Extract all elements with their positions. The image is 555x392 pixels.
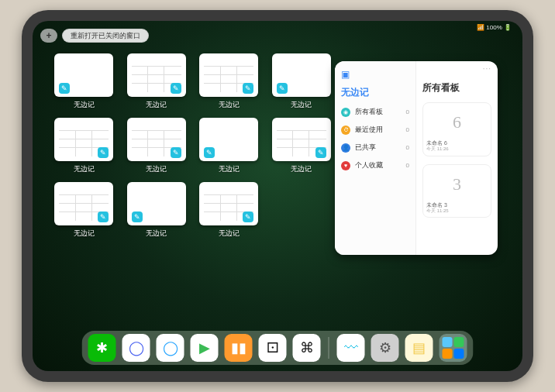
sidebar-item-label: 已共享	[355, 143, 376, 153]
window-label: 无边记	[291, 164, 312, 174]
new-window-button[interactable]: +	[40, 29, 57, 43]
board-subtitle: 今天 11:26	[426, 146, 488, 152]
window-card[interactable]: 无边记	[54, 53, 113, 110]
boards-pane: ··· 所有看板 6未命名 6今天 11:263未命名 3今天 11:25	[416, 61, 498, 255]
board-card[interactable]: 3未命名 3今天 11:25	[422, 164, 491, 218]
battery-text: 100%	[486, 24, 502, 31]
dock-app-settings[interactable]: ⚙	[371, 334, 399, 362]
board-subtitle: 今天 11:25	[426, 208, 488, 214]
ipad-frame: 📶 100% 🔋 + 重新打开已关闭的窗口 无边记无边记无边记无边记无边记无边记…	[22, 10, 533, 382]
freeform-app-chip-icon	[204, 147, 215, 158]
board-meta: 未命名 3今天 11:25	[426, 202, 488, 215]
board-title: 未命名 3	[426, 202, 488, 208]
boards-title: 所有看板	[422, 81, 491, 95]
window-label: 无边记	[219, 229, 240, 239]
window-thumbnail	[54, 118, 113, 161]
freeform-app-chip-icon	[171, 83, 181, 94]
dock-app-freeform[interactable]: 〰	[337, 334, 365, 362]
window-label: 无边记	[74, 164, 95, 174]
freeform-app-chip-icon	[243, 211, 253, 222]
screen: 📶 100% 🔋 + 重新打开已关闭的窗口 无边记无边记无边记无边记无边记无边记…	[33, 21, 522, 371]
board-card[interactable]: 6未命名 6今天 11:26	[422, 102, 491, 156]
window-overview-grid: 无边记无边记无边记无边记无边记无边记无边记无边记无边记无边记无边记	[54, 53, 333, 239]
board-title: 未命名 6	[426, 140, 488, 146]
sidebar-item-label: 个人收藏	[355, 160, 383, 170]
window-card[interactable]: 无边记	[199, 182, 258, 239]
battery-icon: 🔋	[504, 24, 512, 31]
sidebar-item-count: 0	[406, 126, 409, 133]
freeform-app-chip-icon	[132, 211, 143, 222]
window-card[interactable]: 无边记	[54, 182, 113, 239]
more-button[interactable]: ···	[483, 64, 491, 73]
dock-separator	[329, 337, 329, 359]
freeform-app-chip-icon	[171, 147, 181, 158]
dock-app-wechat[interactable]: ✱	[88, 334, 116, 362]
dock-app-notes[interactable]: ▤	[405, 334, 433, 362]
dock: ✱◯◯▶▮▮⚀⌘〰⚙▤	[82, 331, 474, 365]
freeform-app-chip-icon	[98, 147, 109, 158]
window-thumbnail	[272, 118, 331, 161]
window-thumbnail	[127, 118, 186, 161]
top-controls: + 重新打开已关闭的窗口	[40, 29, 149, 43]
dock-app-play[interactable]: ▶	[191, 334, 219, 362]
reopen-closed-window-chip[interactable]: 重新打开已关闭的窗口	[62, 29, 149, 43]
sidebar-item[interactable]: ⏱最近使用0	[341, 125, 409, 135]
window-thumbnail	[127, 182, 186, 225]
sidebar-item-icon: ⏱	[341, 126, 350, 135]
sidebar-item-icon: ◉	[341, 108, 350, 117]
freeform-app-chip-icon	[277, 83, 288, 94]
window-card[interactable]: 无边记	[199, 53, 258, 110]
freeform-app-chip-icon	[59, 83, 70, 94]
sidebar-toggle-icon[interactable]: ▣	[341, 69, 409, 80]
window-label: 无边记	[74, 229, 95, 239]
window-thumbnail	[272, 53, 331, 97]
freeform-title: 无边记	[341, 86, 409, 99]
window-thumbnail	[199, 182, 258, 225]
window-label: 无边记	[219, 100, 240, 110]
window-label: 无边记	[146, 100, 167, 110]
freeform-app-chip-icon	[315, 147, 326, 158]
window-thumbnail	[127, 53, 186, 97]
status-bar: 📶 100% 🔋	[477, 24, 512, 31]
window-card[interactable]: 无边记	[272, 53, 331, 110]
freeform-panel: ▣ 无边记 ◉所有看板0⏱最近使用0👤已共享0♥个人收藏0 ··· 所有看板 6…	[335, 61, 498, 255]
window-label: 无边记	[146, 229, 167, 239]
dock-app-books[interactable]: ▮▮	[225, 334, 253, 362]
window-card[interactable]: 无边记	[127, 182, 186, 239]
window-card[interactable]: 无边记	[272, 118, 331, 174]
sidebar-item-count: 0	[406, 108, 409, 115]
window-thumbnail	[54, 182, 113, 225]
wifi-icon: 📶	[477, 24, 484, 31]
board-thumbnail: 6	[426, 106, 488, 139]
dock-app-browser-2[interactable]: ◯	[157, 334, 184, 362]
sidebar-item-icon: 👤	[341, 143, 350, 153]
sidebar-item-label: 所有看板	[355, 107, 383, 117]
dock-folder[interactable]	[440, 334, 467, 362]
window-card[interactable]: 无边记	[199, 118, 258, 174]
sidebar-item-count: 0	[406, 144, 409, 151]
board-thumbnail: 3	[426, 168, 488, 201]
window-label: 无边记	[219, 164, 240, 174]
freeform-app-chip-icon	[243, 83, 253, 94]
sidebar-item-label: 最近使用	[355, 125, 383, 135]
freeform-app-chip-icon	[98, 211, 109, 222]
dock-app-nodes[interactable]: ⌘	[293, 334, 321, 362]
window-thumbnail	[199, 53, 258, 97]
board-meta: 未命名 6今天 11:26	[426, 140, 488, 153]
dock-app-dice[interactable]: ⚀	[259, 334, 287, 362]
window-label: 无边记	[146, 164, 167, 174]
sidebar-item-count: 0	[406, 162, 409, 169]
window-thumbnail	[199, 118, 258, 161]
sidebar-item[interactable]: ♥个人收藏0	[341, 160, 409, 170]
window-label: 无边记	[291, 100, 312, 110]
sidebar-item[interactable]: 👤已共享0	[341, 143, 409, 153]
window-label: 无边记	[74, 100, 95, 110]
sidebar-item-icon: ♥	[341, 161, 350, 170]
freeform-sidebar: ▣ 无边记 ◉所有看板0⏱最近使用0👤已共享0♥个人收藏0	[335, 61, 416, 255]
sidebar-item[interactable]: ◉所有看板0	[341, 107, 409, 117]
dock-app-browser-1[interactable]: ◯	[122, 334, 150, 362]
window-card[interactable]: 无边记	[127, 118, 186, 174]
window-card[interactable]: 无边记	[54, 118, 113, 174]
window-card[interactable]: 无边记	[127, 53, 186, 110]
window-thumbnail	[54, 53, 113, 97]
